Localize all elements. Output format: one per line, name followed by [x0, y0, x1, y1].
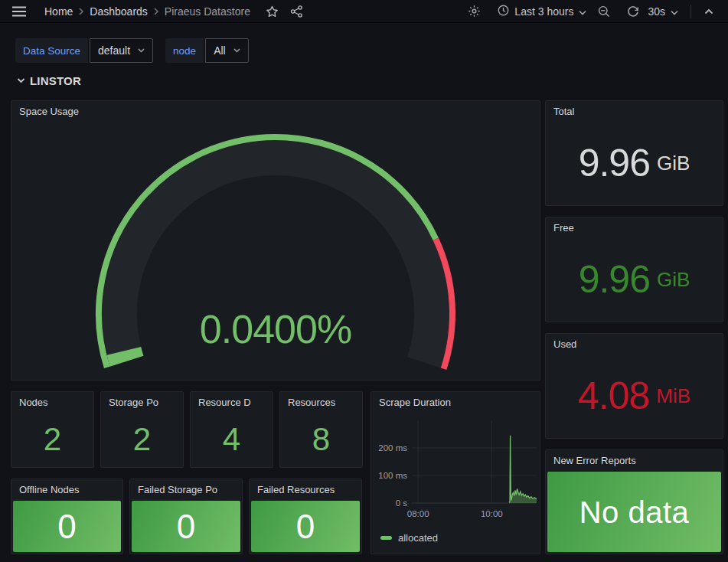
stat-used: 4.08 MiB [546, 354, 723, 438]
chevron-down-icon [138, 48, 145, 53]
stat-value: 9.96 [579, 260, 650, 299]
variable-node: node All [165, 38, 249, 63]
panel-title[interactable]: Offline Nodes [11, 479, 122, 499]
svg-text:10:00: 10:00 [481, 509, 503, 518]
panel-nodes: Nodes 2 [11, 391, 94, 468]
panel-title[interactable]: New Error Reports [546, 450, 723, 470]
panel-new-error-reports: New Error Reports No data [545, 449, 723, 554]
zoom-out-icon [598, 5, 610, 18]
breadcrumb-item-current: Piraeus Datastore [165, 5, 250, 18]
stat-resources: 8 [280, 412, 362, 467]
chevron-down-icon [579, 5, 586, 18]
panel-offline-nodes: Offline Nodes 0 [11, 479, 123, 554]
panel-scrape-duration: Scrape Duration 08:0010:00200 ms100 ms0 … [371, 391, 540, 554]
menu-toggle-button[interactable] [9, 2, 29, 21]
gear-icon [468, 5, 481, 18]
panel-title[interactable]: Space Usage [11, 101, 540, 121]
panel-title[interactable]: Failed Storage Po [130, 479, 242, 499]
chevron-right-icon [153, 8, 159, 15]
stat-nodes: 2 [11, 412, 93, 467]
panel-title[interactable]: Storage Po [101, 392, 183, 412]
refresh-icon [627, 5, 639, 18]
panel-space-usage: Space Usage 0.0400% [11, 100, 540, 381]
stat-unit: GiB [657, 268, 690, 292]
dashboard-variables: Data Source default node All [15, 38, 249, 63]
svg-text:0 s: 0 s [396, 498, 408, 508]
variable-datasource: Data Source default [15, 38, 153, 63]
no-data-label: No data [579, 497, 690, 528]
scrape-duration-chart: 08:0010:00200 ms100 ms0 s [371, 412, 540, 528]
variable-datasource-value: default [98, 44, 130, 57]
share-button[interactable] [287, 2, 307, 21]
favorite-button[interactable] [263, 2, 282, 21]
chevron-right-icon [78, 8, 84, 15]
svg-text:08:00: 08:00 [407, 509, 429, 518]
stat-resource-definitions: 4 [191, 412, 273, 467]
chevron-down-icon [671, 5, 678, 18]
row-toggle-linstor[interactable]: LINSTOR [17, 72, 81, 89]
legend-swatch [380, 536, 392, 540]
collapse-topbar-button[interactable] [699, 2, 719, 21]
stat-value: 8 [312, 423, 330, 456]
stat-total: 9.96 GiB [546, 121, 723, 205]
panel-free: Free 9.96 GiB [545, 217, 723, 322]
panel-title[interactable]: Failed Resources [250, 479, 361, 499]
stat-value: 0 [57, 510, 76, 544]
chevron-down-icon [17, 78, 25, 83]
stat-unit: MiB [656, 384, 690, 408]
stat-value: 2 [44, 423, 61, 456]
refresh-button[interactable] [623, 2, 643, 21]
stat-value: 4 [223, 423, 240, 456]
time-range-label: Last 3 hours [514, 5, 573, 18]
legend-label: allocated [398, 532, 438, 544]
stat-value: 0 [296, 510, 315, 544]
row-title: LINSTOR [30, 74, 81, 87]
panel-resources: Resources 8 [279, 391, 363, 468]
gauge-value: 0.0400% [11, 309, 540, 349]
zoom-out-button[interactable] [594, 2, 614, 21]
chevron-down-icon [233, 48, 240, 53]
panel-used: Used 4.08 MiB [545, 333, 723, 439]
variable-node-value: All [214, 44, 226, 57]
panel-title[interactable]: Free [546, 217, 723, 237]
panel-title[interactable]: Nodes [11, 392, 93, 412]
clock-icon [498, 5, 509, 18]
svg-text:100 ms: 100 ms [378, 471, 407, 480]
panel-total: Total 9.96 GiB [545, 100, 723, 206]
breadcrumb-item-home[interactable]: Home [44, 5, 73, 18]
stat-offline-nodes: 0 [13, 501, 121, 552]
panel-title[interactable]: Total [546, 101, 723, 121]
topbar-actions: Last 3 hours 30s [464, 2, 719, 21]
refresh-interval-label: 30s [648, 5, 665, 18]
panel-resource-definitions: Resource D 4 [190, 391, 273, 468]
variable-datasource-select[interactable]: default [90, 38, 153, 63]
stat-unit: GiB [657, 152, 690, 175]
time-range-picker[interactable]: Last 3 hours [493, 2, 591, 21]
stat-value: 2 [133, 423, 151, 456]
variable-node-select[interactable]: All [205, 38, 249, 63]
refresh-interval-dropdown[interactable]: 30s [646, 2, 683, 21]
stat-storage-pools: 2 [101, 412, 183, 467]
panel-failed-storage-pools: Failed Storage Po 0 [129, 479, 243, 554]
legend-item-allocated[interactable]: allocated [380, 532, 438, 544]
grafana-dashboard: Home Dashboards Piraeus Datastore [0, 0, 728, 562]
stat-value: 4.08 [578, 377, 649, 415]
panel-title[interactable]: Used [546, 334, 723, 354]
hamburger-icon [12, 6, 26, 17]
variable-node-label[interactable]: node [165, 38, 204, 63]
stat-failed-storage-pools: 0 [132, 501, 240, 552]
chevron-up-icon [704, 8, 713, 15]
breadcrumb-item-dashboards[interactable]: Dashboards [90, 5, 148, 18]
stat-failed-resources: 0 [251, 501, 360, 552]
panel-title[interactable]: Resource D [191, 392, 273, 412]
svg-text:200 ms: 200 ms [378, 443, 407, 453]
breadcrumb: Home Dashboards Piraeus Datastore [44, 5, 250, 18]
panel-title[interactable]: Scrape Duration [371, 392, 540, 412]
variable-datasource-label[interactable]: Data Source [15, 38, 88, 63]
star-icon [266, 5, 279, 18]
topbar-divider [690, 5, 691, 18]
panel-failed-resources: Failed Resources 0 [249, 479, 362, 554]
panel-title[interactable]: Resources [280, 392, 362, 412]
dashboard-settings-button[interactable] [464, 2, 484, 21]
stat-free: 9.96 GiB [546, 237, 723, 322]
